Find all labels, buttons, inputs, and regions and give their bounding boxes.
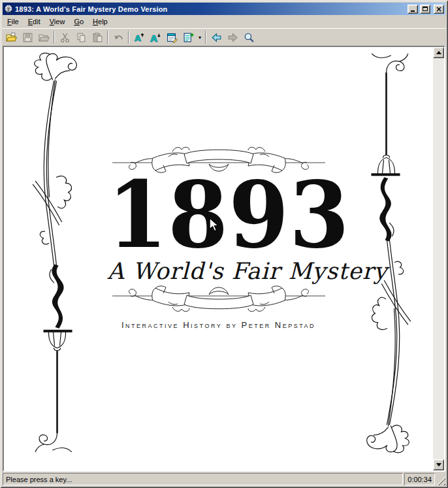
- close-icon: ×: [436, 6, 442, 12]
- back-button[interactable]: [208, 30, 224, 45]
- font-smaller-button[interactable]: A: [148, 30, 163, 45]
- undo-icon: [113, 32, 124, 43]
- cut-icon: [59, 32, 71, 43]
- minimize-icon: [411, 10, 415, 12]
- cut-button[interactable]: [57, 30, 72, 45]
- find-icon: [244, 32, 255, 43]
- game-canvas[interactable]: 1893 A World's Fair Mystery Interactive …: [4, 47, 433, 470]
- floral-border-left-ornament: [13, 50, 89, 452]
- window-title: 1893: A World's Fair Mystery Demo Versio…: [15, 5, 406, 13]
- toolbar-separator: [107, 31, 108, 44]
- copy-button[interactable]: [73, 30, 89, 45]
- menu-file[interactable]: File: [3, 16, 24, 27]
- scrollbar-track[interactable]: [433, 58, 444, 459]
- open-game-icon: [6, 32, 17, 43]
- font-bigger-button[interactable]: A: [131, 30, 147, 45]
- paste-button[interactable]: [89, 30, 105, 45]
- forward-icon: [227, 32, 238, 43]
- close-button[interactable]: ×: [434, 5, 444, 14]
- mouse-cursor-icon: [209, 218, 219, 232]
- paste-icon: [92, 32, 103, 43]
- scroll-down-arrow-icon: [436, 463, 441, 466]
- app-window: 1893: A World's Fair Mystery Demo Versio…: [0, 0, 448, 488]
- forward-button[interactable]: [225, 30, 240, 45]
- back-icon: [211, 32, 222, 43]
- scroll-up-button[interactable]: [433, 47, 444, 58]
- menu-view[interactable]: View: [45, 16, 70, 27]
- font-smaller-icon: A: [150, 32, 161, 43]
- status-message: Please press a key...: [3, 473, 403, 485]
- copy-icon: [76, 32, 87, 43]
- svg-text:A: A: [150, 33, 158, 42]
- content-area: 1893 A World's Fair Mystery Interactive …: [3, 46, 445, 472]
- maximize-icon: [423, 7, 428, 11]
- menubar: File Edit View Go Help: [2, 16, 446, 28]
- toolbar: A A ▾: [2, 28, 446, 46]
- themes-dropdown-caret[interactable]: ▾: [197, 35, 203, 41]
- scroll-down-button[interactable]: [433, 459, 444, 470]
- vertical-scrollbar[interactable]: [433, 47, 444, 470]
- open-game-button[interactable]: [3, 30, 19, 45]
- open-transcript-button[interactable]: [36, 30, 52, 45]
- titlebar[interactable]: 1893: A World's Fair Mystery Demo Versio…: [3, 3, 445, 15]
- toolbar-separator: [128, 31, 129, 44]
- open-transcript-icon: [39, 32, 50, 43]
- resize-grip-area[interactable]: [436, 473, 445, 485]
- game-year-title: 1893: [108, 176, 330, 254]
- ferris-wheel-icon: [4, 5, 13, 14]
- text-options-button[interactable]: [164, 30, 180, 45]
- ribbon-banner-bottom-ornament: [111, 285, 327, 315]
- title-block: 1893 A World's Fair Mystery Interactive …: [108, 47, 330, 330]
- themes-button[interactable]: [180, 30, 196, 45]
- menu-help[interactable]: Help: [88, 16, 112, 27]
- minimize-button[interactable]: [408, 5, 418, 14]
- save-game-icon: [22, 32, 33, 43]
- toolbar-separator: [54, 31, 55, 44]
- menu-go[interactable]: Go: [69, 16, 88, 27]
- scroll-up-arrow-icon: [436, 51, 441, 54]
- resize-grip-icon: [437, 477, 445, 485]
- themes-icon: [183, 32, 194, 43]
- maximize-button[interactable]: [420, 5, 430, 14]
- font-bigger-icon: A: [134, 32, 145, 43]
- find-button[interactable]: [241, 30, 257, 45]
- status-timer: 0:00:34: [404, 473, 435, 485]
- floral-border-right-ornament: [355, 54, 430, 456]
- statusbar: Please press a key... 0:00:34: [2, 472, 446, 486]
- save-game-button[interactable]: [20, 30, 35, 45]
- game-byline: Interactive History by Peter Nepstad: [108, 320, 330, 330]
- menu-edit[interactable]: Edit: [24, 16, 45, 27]
- text-options-icon: [167, 32, 178, 43]
- toolbar-separator: [205, 31, 206, 44]
- undo-button[interactable]: [110, 30, 126, 45]
- svg-text:A: A: [135, 33, 141, 43]
